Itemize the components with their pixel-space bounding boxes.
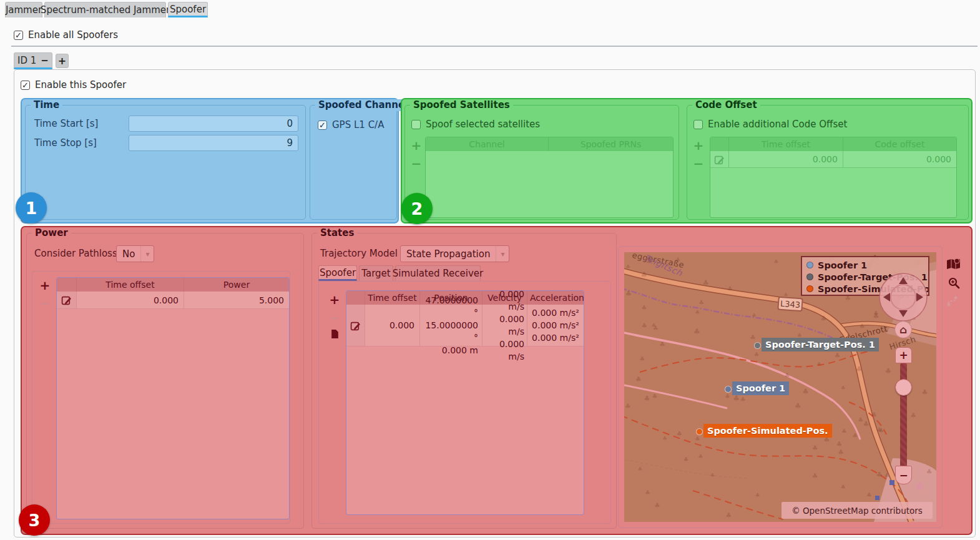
checkbox-checked-icon: ✓: [21, 81, 30, 90]
target-pos-marker-label: Spoofer-Target-Pos. 1: [762, 338, 879, 351]
consider-pathloss-label: Consider Pathloss: [34, 248, 117, 259]
map-zoom-out-button[interactable]: −: [895, 466, 912, 484]
states-group-title: States: [317, 227, 357, 239]
annotation-badge-2: 2: [401, 193, 433, 224]
table-row[interactable]: 0.000 47.0000000 ° 15.0000000 ° 0.000 m …: [346, 305, 584, 346]
power-table[interactable]: Time offset Power 0.000 5.000: [56, 277, 290, 519]
column-header-acceleration: Acceleration: [527, 291, 584, 305]
edit-row-icon[interactable]: [350, 320, 361, 331]
legend-dot: [806, 285, 813, 292]
checkbox-checked-icon: ✓: [14, 31, 23, 40]
legend-dot: [806, 262, 813, 268]
power-table-frame: + − Time offset Power 0.000 5.000: [32, 271, 290, 524]
home-icon: ⌂: [899, 323, 907, 336]
states-tab-target[interactable]: Target: [359, 265, 393, 281]
trajectory-model-value: State Propagation: [401, 246, 496, 262]
table-header-row: Time offset Power: [57, 278, 289, 292]
add-spoofer-button[interactable]: +: [56, 54, 69, 68]
states-tab-spoofer[interactable]: Spoofer: [318, 265, 357, 281]
map-pan-control[interactable]: [878, 272, 928, 322]
remove-code-offset-row-button[interactable]: −: [692, 158, 705, 169]
spoof-selected-satellites-checkbox[interactable]: Spoof selected satellites: [411, 119, 540, 130]
time-start-input[interactable]: [129, 115, 298, 132]
column-header-time-offset: Time offset: [77, 278, 184, 292]
spoofer-marker-dot[interactable]: [725, 386, 732, 393]
remove-spoofer-button[interactable]: −: [41, 55, 49, 66]
column-header-spoofed-prns: Spoofed PRNs: [549, 137, 673, 151]
gps-l1-ca-label: GPS L1 C/A: [332, 119, 384, 130]
legend-item: Spoofer 1: [806, 259, 924, 271]
chevron-down-icon: ▾: [496, 246, 509, 262]
trajectory-model-dropdown[interactable]: State Propagation ▾: [400, 245, 509, 262]
annotation-badge-1: 1: [16, 192, 47, 223]
column-header-time-offset: Time offset: [729, 137, 843, 151]
cell-code-offset: 0.000: [843, 151, 956, 167]
tab-spoofer[interactable]: Spoofer: [168, 2, 208, 17]
edit-row-icon[interactable]: [61, 295, 72, 305]
tab-spectrum-matched-jammer[interactable]: Spectrum-matched Jammer: [44, 2, 166, 17]
gps-l1-ca-checkbox[interactable]: ✓ GPS L1 C/A: [318, 119, 384, 130]
spoofed-satellites-groupbox: Spoofed Satellites Spoof selected satell…: [404, 105, 679, 220]
enable-code-offset-checkbox[interactable]: Enable additional Code Offset: [693, 119, 847, 130]
add-power-row-button[interactable]: +: [39, 280, 51, 291]
table-row[interactable]: 0.000 5.000: [57, 292, 289, 309]
add-state-row-button[interactable]: +: [328, 294, 341, 305]
trajectory-model-label: Trajectory Model: [320, 248, 398, 259]
column-header-time-offset: Time offset: [365, 291, 420, 305]
table-row[interactable]: 0.000 0.000: [710, 151, 956, 168]
tab-jammer[interactable]: Jammer: [5, 2, 42, 17]
cell-velocity: 0.000 m/s 0.000 m/s 0.000 m/s: [483, 305, 527, 346]
states-table[interactable]: Time offset Position Velocity Accelerati…: [346, 290, 584, 515]
copy-states-document-icon[interactable]: [331, 329, 339, 339]
target-pos-marker-dot[interactable]: [754, 342, 761, 349]
cell-acceleration: 0.000 m/s² 0.000 m/s² 0.000 m/s²: [527, 305, 584, 346]
table-header-row: Channel Spoofed PRNs: [426, 137, 673, 151]
simulated-pos-marker-dot[interactable]: [696, 428, 703, 435]
map-attribution: © OpenStreetMap contributors: [782, 502, 933, 519]
remove-power-row-button[interactable]: −: [39, 298, 51, 309]
edit-row-icon[interactable]: [714, 154, 725, 165]
enable-all-spoofers-checkbox[interactable]: ✓ Enable all Spoofers: [14, 29, 118, 41]
map-view[interactable]: ♥ ♣♣♣♣♣♣♣♣♣♣♣♣♣♣♣♣♣♣♣♣♣♣♣♣♣♣♣♣♣♣♣♣♣♣♣♣♣♣…: [624, 252, 936, 522]
code-offset-groupbox: Code Offset Enable additional Code Offse…: [687, 105, 969, 220]
spoofer-id-label: ID 1: [17, 55, 36, 66]
toolbar-separator: [11, 46, 978, 47]
time-group-title: Time: [31, 99, 62, 111]
states-tab-simulated-receiver[interactable]: Simulated Receiver: [395, 265, 481, 281]
enable-this-spoofer-label: Enable this Spoofer: [35, 79, 126, 91]
map-layers-icon[interactable]: [946, 258, 961, 271]
annotation-badge-3: 3: [19, 504, 50, 536]
add-code-offset-row-button[interactable]: +: [692, 140, 705, 151]
add-satellite-row-button[interactable]: +: [410, 140, 423, 151]
cell-time-offset: 0.000: [729, 151, 843, 167]
table-header-row: Time offset Code offset: [710, 137, 956, 151]
time-stop-input[interactable]: [129, 135, 298, 151]
region-satellites-codeoffset: Spoofed Satellites Spoof selected satell…: [401, 98, 973, 223]
power-groupbox: Power Consider Pathloss No ▾ + − Time of…: [26, 233, 304, 529]
states-tab-content-frame: + − Time offset Position Velocity Accele…: [318, 281, 611, 524]
checkbox-checked-icon: ✓: [318, 120, 327, 130]
code-offset-group-title: Code Offset: [692, 99, 760, 111]
remove-state-row-button[interactable]: −: [328, 312, 341, 323]
cell-time-offset: 0.000: [365, 305, 420, 346]
column-header-channel: Channel: [426, 137, 549, 151]
consider-pathloss-dropdown[interactable]: No ▾: [116, 245, 154, 262]
states-groupbox: States Trajectory Model State Propagatio…: [311, 233, 617, 529]
time-stop-label: Time Stop [s]: [34, 137, 97, 149]
spoofed-satellites-table[interactable]: Channel Spoofed PRNs: [425, 137, 674, 218]
spoofer-id-tab[interactable]: ID 1 −: [14, 52, 52, 69]
route-icon[interactable]: [946, 295, 959, 307]
map-zoom-slider-handle[interactable]: [895, 379, 912, 396]
checkbox-unchecked-icon: [411, 120, 421, 129]
remove-satellite-row-button[interactable]: −: [410, 158, 423, 169]
legend-dot: [806, 273, 813, 280]
code-offset-table[interactable]: Time offset Code offset 0.000 0.000: [710, 137, 957, 218]
cell-power: 5.000: [184, 292, 289, 308]
simulated-pos-marker-label: Spoofer-Simulated-Pos.: [703, 424, 832, 438]
map-zoom-in-button[interactable]: +: [895, 347, 912, 363]
spoofed-satellites-group-title: Spoofed Satellites: [410, 99, 513, 111]
time-start-label: Time Start [s]: [34, 118, 98, 129]
zoom-to-area-icon[interactable]: [948, 277, 960, 289]
enable-this-spoofer-checkbox[interactable]: ✓ Enable this Spoofer: [21, 79, 126, 91]
map-home-button[interactable]: ⌂: [894, 321, 912, 338]
